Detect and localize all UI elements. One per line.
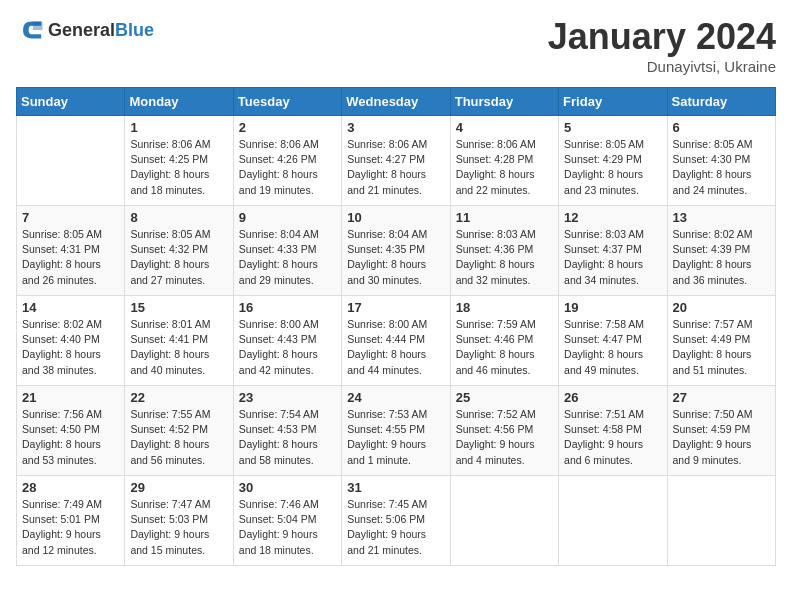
header-tuesday: Tuesday [233,88,341,116]
calendar-cell: 13Sunrise: 8:02 AMSunset: 4:39 PMDayligh… [667,206,775,296]
day-info: Sunrise: 8:03 AMSunset: 4:37 PMDaylight:… [564,227,661,288]
day-info: Sunrise: 8:05 AMSunset: 4:32 PMDaylight:… [130,227,227,288]
calendar-table: SundayMondayTuesdayWednesdayThursdayFrid… [16,87,776,566]
day-number: 16 [239,300,336,315]
calendar-cell: 25Sunrise: 7:52 AMSunset: 4:56 PMDayligh… [450,386,558,476]
calendar-cell [17,116,125,206]
day-info: Sunrise: 8:00 AMSunset: 4:44 PMDaylight:… [347,317,444,378]
logo: GeneralBlue [16,16,154,44]
day-info: Sunrise: 7:55 AMSunset: 4:52 PMDaylight:… [130,407,227,468]
calendar-cell [450,476,558,566]
day-info: Sunrise: 7:56 AMSunset: 4:50 PMDaylight:… [22,407,119,468]
day-number: 20 [673,300,770,315]
title-block: January 2024 Dunayivtsi, Ukraine [548,16,776,75]
day-number: 2 [239,120,336,135]
calendar-cell: 15Sunrise: 8:01 AMSunset: 4:41 PMDayligh… [125,296,233,386]
calendar-cell: 6Sunrise: 8:05 AMSunset: 4:30 PMDaylight… [667,116,775,206]
day-number: 19 [564,300,661,315]
calendar-cell: 26Sunrise: 7:51 AMSunset: 4:58 PMDayligh… [559,386,667,476]
location-subtitle: Dunayivtsi, Ukraine [548,58,776,75]
calendar-cell: 19Sunrise: 7:58 AMSunset: 4:47 PMDayligh… [559,296,667,386]
day-number: 17 [347,300,444,315]
calendar-cell: 20Sunrise: 7:57 AMSunset: 4:49 PMDayligh… [667,296,775,386]
day-number: 14 [22,300,119,315]
calendar-cell [667,476,775,566]
day-info: Sunrise: 8:04 AMSunset: 4:33 PMDaylight:… [239,227,336,288]
day-number: 15 [130,300,227,315]
day-number: 29 [130,480,227,495]
week-row-4: 28Sunrise: 7:49 AMSunset: 5:01 PMDayligh… [17,476,776,566]
calendar-cell: 22Sunrise: 7:55 AMSunset: 4:52 PMDayligh… [125,386,233,476]
day-number: 31 [347,480,444,495]
calendar-cell: 18Sunrise: 7:59 AMSunset: 4:46 PMDayligh… [450,296,558,386]
logo-general: General [48,20,115,40]
day-info: Sunrise: 7:49 AMSunset: 5:01 PMDaylight:… [22,497,119,558]
calendar-cell: 5Sunrise: 8:05 AMSunset: 4:29 PMDaylight… [559,116,667,206]
calendar-cell: 27Sunrise: 7:50 AMSunset: 4:59 PMDayligh… [667,386,775,476]
calendar-cell: 9Sunrise: 8:04 AMSunset: 4:33 PMDaylight… [233,206,341,296]
page-header: GeneralBlue January 2024 Dunayivtsi, Ukr… [16,16,776,75]
day-info: Sunrise: 8:02 AMSunset: 4:40 PMDaylight:… [22,317,119,378]
day-number: 11 [456,210,553,225]
day-info: Sunrise: 7:52 AMSunset: 4:56 PMDaylight:… [456,407,553,468]
day-info: Sunrise: 7:58 AMSunset: 4:47 PMDaylight:… [564,317,661,378]
day-number: 28 [22,480,119,495]
day-info: Sunrise: 8:04 AMSunset: 4:35 PMDaylight:… [347,227,444,288]
header-sunday: Sunday [17,88,125,116]
day-number: 3 [347,120,444,135]
day-info: Sunrise: 8:01 AMSunset: 4:41 PMDaylight:… [130,317,227,378]
calendar-cell: 17Sunrise: 8:00 AMSunset: 4:44 PMDayligh… [342,296,450,386]
day-info: Sunrise: 8:06 AMSunset: 4:26 PMDaylight:… [239,137,336,198]
day-number: 10 [347,210,444,225]
calendar-cell: 16Sunrise: 8:00 AMSunset: 4:43 PMDayligh… [233,296,341,386]
week-row-3: 21Sunrise: 7:56 AMSunset: 4:50 PMDayligh… [17,386,776,476]
day-number: 26 [564,390,661,405]
calendar-cell: 2Sunrise: 8:06 AMSunset: 4:26 PMDaylight… [233,116,341,206]
day-info: Sunrise: 8:02 AMSunset: 4:39 PMDaylight:… [673,227,770,288]
day-info: Sunrise: 8:06 AMSunset: 4:27 PMDaylight:… [347,137,444,198]
calendar-cell: 12Sunrise: 8:03 AMSunset: 4:37 PMDayligh… [559,206,667,296]
week-row-2: 14Sunrise: 8:02 AMSunset: 4:40 PMDayligh… [17,296,776,386]
logo-icon [16,16,44,44]
day-info: Sunrise: 7:57 AMSunset: 4:49 PMDaylight:… [673,317,770,378]
day-number: 7 [22,210,119,225]
calendar-cell: 4Sunrise: 8:06 AMSunset: 4:28 PMDaylight… [450,116,558,206]
day-number: 22 [130,390,227,405]
calendar-cell: 14Sunrise: 8:02 AMSunset: 4:40 PMDayligh… [17,296,125,386]
day-info: Sunrise: 8:03 AMSunset: 4:36 PMDaylight:… [456,227,553,288]
day-info: Sunrise: 7:47 AMSunset: 5:03 PMDaylight:… [130,497,227,558]
day-info: Sunrise: 8:05 AMSunset: 4:31 PMDaylight:… [22,227,119,288]
day-info: Sunrise: 8:00 AMSunset: 4:43 PMDaylight:… [239,317,336,378]
calendar-cell: 31Sunrise: 7:45 AMSunset: 5:06 PMDayligh… [342,476,450,566]
week-row-0: 1Sunrise: 8:06 AMSunset: 4:25 PMDaylight… [17,116,776,206]
calendar-cell: 23Sunrise: 7:54 AMSunset: 4:53 PMDayligh… [233,386,341,476]
day-number: 18 [456,300,553,315]
calendar-cell: 1Sunrise: 8:06 AMSunset: 4:25 PMDaylight… [125,116,233,206]
day-info: Sunrise: 7:51 AMSunset: 4:58 PMDaylight:… [564,407,661,468]
month-title: January 2024 [548,16,776,58]
day-info: Sunrise: 7:50 AMSunset: 4:59 PMDaylight:… [673,407,770,468]
header-thursday: Thursday [450,88,558,116]
calendar-cell: 28Sunrise: 7:49 AMSunset: 5:01 PMDayligh… [17,476,125,566]
day-number: 13 [673,210,770,225]
calendar-cell: 30Sunrise: 7:46 AMSunset: 5:04 PMDayligh… [233,476,341,566]
day-number: 1 [130,120,227,135]
calendar-cell: 3Sunrise: 8:06 AMSunset: 4:27 PMDaylight… [342,116,450,206]
calendar-cell: 21Sunrise: 7:56 AMSunset: 4:50 PMDayligh… [17,386,125,476]
day-number: 4 [456,120,553,135]
calendar-header-row: SundayMondayTuesdayWednesdayThursdayFrid… [17,88,776,116]
calendar-cell: 11Sunrise: 8:03 AMSunset: 4:36 PMDayligh… [450,206,558,296]
day-info: Sunrise: 7:54 AMSunset: 4:53 PMDaylight:… [239,407,336,468]
day-info: Sunrise: 8:05 AMSunset: 4:29 PMDaylight:… [564,137,661,198]
day-info: Sunrise: 8:06 AMSunset: 4:25 PMDaylight:… [130,137,227,198]
day-number: 25 [456,390,553,405]
logo-blue: Blue [115,20,154,40]
day-number: 9 [239,210,336,225]
calendar-cell: 10Sunrise: 8:04 AMSunset: 4:35 PMDayligh… [342,206,450,296]
header-wednesday: Wednesday [342,88,450,116]
calendar-cell: 8Sunrise: 8:05 AMSunset: 4:32 PMDaylight… [125,206,233,296]
day-info: Sunrise: 8:06 AMSunset: 4:28 PMDaylight:… [456,137,553,198]
day-number: 27 [673,390,770,405]
calendar-cell [559,476,667,566]
day-info: Sunrise: 7:59 AMSunset: 4:46 PMDaylight:… [456,317,553,378]
